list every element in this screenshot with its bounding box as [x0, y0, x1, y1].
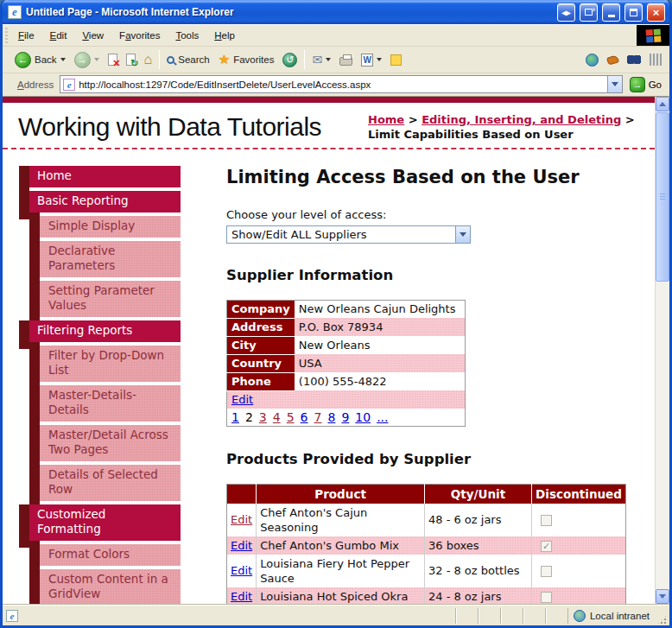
print-button[interactable]: [335, 53, 357, 67]
column-qty-unit: Qty/Unit: [424, 484, 531, 504]
search-button[interactable]: Search: [162, 53, 213, 67]
sidebar-item-filtering-reports[interactable]: Filtering Reports: [29, 320, 181, 342]
sidebar-item-setting-parameter-values[interactable]: Setting Parameter Values: [40, 281, 181, 317]
product-edit-link[interactable]: Edit: [231, 513, 252, 526]
product-name: Chef Anton's Gumbo Mix: [257, 536, 425, 555]
favorites-button[interactable]: ★ Favorites: [214, 52, 279, 67]
sidebar-item-master-detail-two-pages[interactable]: Master/Detail Across Two Pages: [40, 425, 181, 461]
sidebar-item-format-colors[interactable]: Format Colors: [40, 544, 181, 566]
word-dropdown-icon[interactable]: [377, 58, 382, 61]
word-icon: W: [361, 54, 373, 67]
addon-globe-button[interactable]: [581, 52, 603, 68]
discontinued-checkbox: [541, 566, 552, 577]
mail-button[interactable]: ✉: [307, 53, 335, 67]
chevron-down-icon: [612, 82, 618, 86]
table-row: Company New Orleans Cajun Delights: [227, 300, 466, 318]
back-label: Back: [35, 54, 57, 65]
pager-page-4[interactable]: 4: [273, 410, 281, 424]
discontinued-checkbox-checked: ✓: [541, 541, 552, 552]
access-level-select[interactable]: Show/Edit ALL Suppliers: [226, 225, 471, 244]
pager-page-8[interactable]: 8: [327, 410, 335, 424]
pager-page-5[interactable]: 5: [287, 410, 295, 424]
sidebar-item-declarative-parameters[interactable]: Declarative Parameters: [40, 241, 181, 277]
refresh-button[interactable]: ↻: [122, 52, 140, 67]
menu-view[interactable]: View: [74, 25, 111, 46]
table-row: Edit Louisiana Fiery Hot Pepper Sauce 32…: [227, 555, 626, 587]
discuss-button[interactable]: [386, 53, 406, 67]
menu-gripper[interactable]: [4, 28, 9, 43]
pager-page-10[interactable]: 10: [355, 410, 371, 424]
product-edit-link[interactable]: Edit: [231, 564, 252, 577]
refresh-icon: ↻: [126, 54, 136, 66]
scroll-down-button[interactable]: [656, 589, 669, 604]
pager-page-9[interactable]: 9: [341, 410, 349, 424]
edit-with-word-button[interactable]: W: [357, 52, 386, 68]
sidebar-item-filter-by-dropdown-list[interactable]: Filter by Drop-Down List: [40, 346, 181, 382]
pager-page-7[interactable]: 7: [314, 410, 322, 424]
product-edit-link[interactable]: Edit: [231, 590, 252, 603]
menu-favorites[interactable]: Favorites: [111, 25, 168, 46]
mail-icon: ✉: [312, 54, 322, 65]
select-dropdown-button[interactable]: [455, 226, 470, 243]
status-segment: [545, 608, 567, 624]
pager-page-1[interactable]: 1: [231, 410, 239, 424]
forward-button[interactable]: →: [70, 50, 104, 70]
addon-tool-button[interactable]: [603, 54, 623, 66]
address-input[interactable]: [75, 79, 606, 90]
status-bar: e Local intranet: [3, 604, 669, 625]
history-button[interactable]: ↺: [278, 51, 301, 69]
pager-page-3[interactable]: 3: [259, 410, 267, 424]
pager-next-ellipsis[interactable]: ...: [377, 410, 388, 424]
pager-page-6[interactable]: 6: [301, 410, 308, 424]
sidebar-item-master-details-details[interactable]: Master-Details-Details: [40, 385, 181, 422]
scrollbar-track[interactable]: [656, 111, 669, 589]
minimize-button[interactable]: [602, 3, 620, 22]
address-dropdown-button[interactable]: [607, 76, 622, 92]
resize-grip[interactable]: [656, 614, 668, 625]
sidebar-item-home[interactable]: Home: [29, 166, 181, 187]
home-icon: ⌂: [144, 54, 153, 66]
vertical-scrollbar[interactable]: [655, 97, 669, 604]
page-favicon: e: [63, 79, 75, 91]
menu-help[interactable]: Help: [206, 25, 243, 46]
supplier-edit-link[interactable]: Edit: [231, 393, 253, 406]
mail-dropdown-icon[interactable]: [326, 58, 331, 61]
back-icon: ←: [15, 52, 31, 68]
nav-arrows-button[interactable]: ◂▸: [557, 3, 575, 22]
back-button[interactable]: ← Back: [10, 50, 70, 70]
menu-file[interactable]: File: [10, 25, 42, 46]
maximize-button[interactable]: [624, 3, 643, 22]
address-bar: Address e → Go: [3, 73, 669, 97]
addon-research-button[interactable]: [623, 54, 645, 66]
scrollbar-thumb[interactable]: [656, 112, 669, 282]
search-icon: [167, 56, 174, 64]
sidebar-item-details-of-selected-row[interactable]: Details of Selected Row: [40, 465, 181, 501]
sidebar-item-customized-formatting[interactable]: Customized Formatting: [29, 504, 181, 541]
scroll-up-button[interactable]: [656, 97, 669, 111]
product-edit-link[interactable]: Edit: [231, 539, 252, 552]
pager-page-2-current: 2: [245, 410, 253, 424]
go-button[interactable]: → Go: [627, 76, 667, 93]
addon-messenger-button[interactable]: [645, 52, 666, 67]
sidebar-item-custom-content-gridview[interactable]: Custom Content in a GridView: [40, 569, 181, 604]
close-button[interactable]: ×: [647, 3, 665, 22]
orange-tool-icon: [606, 54, 619, 66]
edit-row: Edit: [227, 390, 466, 409]
sidebar-item-basic-reporting[interactable]: Basic Reporting: [29, 191, 181, 213]
menu-tools[interactable]: Tools: [168, 25, 206, 46]
menu-edit[interactable]: Edit: [42, 25, 75, 46]
back-dropdown-icon[interactable]: [60, 58, 66, 61]
breadcrumb-section-link[interactable]: Editing, Inserting, and Deleting: [422, 113, 621, 126]
windows-logo-throbber: [637, 25, 669, 46]
sidebar-item-simple-display[interactable]: Simple Display: [40, 216, 181, 238]
web-page: Working with Data Tutorials Home > Editi…: [3, 97, 655, 604]
maximize-icon: [630, 9, 637, 16]
table-row: Country USA: [227, 354, 466, 372]
product-name: Louisiana Fiery Hot Pepper Sauce: [257, 555, 425, 587]
detach-button[interactable]: [580, 3, 598, 22]
security-zone-label: Local intranet: [590, 611, 650, 621]
products-grid-table: Product Qty/Unit Discontinued Edit Chef …: [226, 484, 626, 604]
breadcrumb-home-link[interactable]: Home: [368, 113, 404, 126]
stop-button[interactable]: ✕: [104, 52, 122, 67]
home-button[interactable]: ⌂: [140, 52, 157, 67]
